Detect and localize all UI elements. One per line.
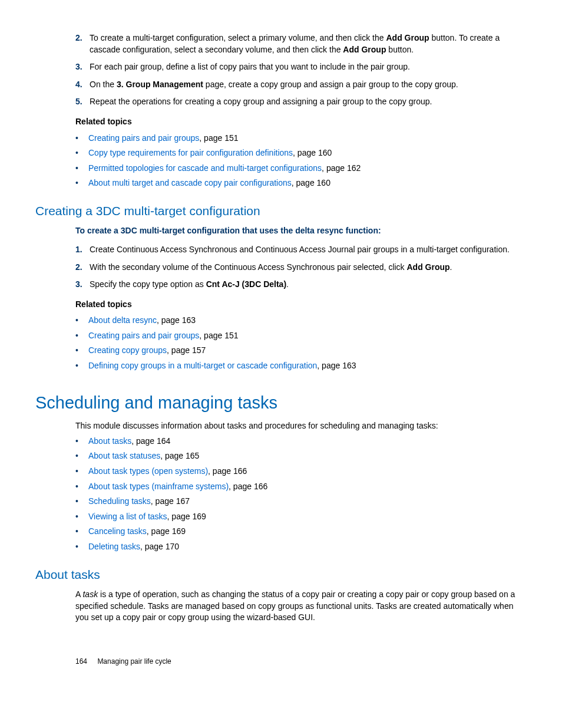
step-number: 2. [75, 262, 90, 274]
page-reference: , page 167 [151, 496, 190, 506]
step-number: 2. [75, 32, 90, 55]
step-text: For each pair group, define a list of co… [90, 61, 527, 73]
page-reference: , page 169 [147, 526, 186, 536]
related-topics-list: Creating pairs and pair groups, page 151… [75, 133, 527, 189]
topic-link[interactable]: Defining copy groups in a multi-target o… [88, 361, 317, 370]
topic-link[interactable]: Creating pairs and pair groups [88, 331, 199, 340]
step-number: 3. [75, 61, 90, 73]
page-reference: , page 162 [322, 163, 361, 173]
intro-paragraph: This module discusses information about … [75, 420, 527, 432]
page-reference: , page 151 [199, 133, 238, 143]
page-reference: , page 165 [160, 451, 199, 460]
step-text: Repeat the operations for creating a cop… [90, 96, 527, 108]
topic-link[interactable]: About task types (mainframe systems) [88, 482, 229, 491]
page-footer: 164 Managing pair life cycle [35, 657, 527, 667]
list-item: About multi target and cascade copy pair… [75, 177, 527, 189]
page-reference: , page 157 [167, 345, 206, 355]
section-heading-3dc: Creating a 3DC multi-target configuratio… [35, 202, 527, 219]
step-item: 3.Specify the copy type option as Cnt Ac… [75, 279, 527, 291]
page-reference: , page 151 [199, 331, 238, 340]
topic-link[interactable]: About task statuses [88, 451, 160, 460]
step-item: 2.With the secondary volume of the Conti… [75, 262, 527, 274]
step-item: 4.On the 3. Group Management page, creat… [75, 79, 527, 91]
step-item: 5.Repeat the operations for creating a c… [75, 96, 527, 108]
page-reference: , page 166 [208, 466, 247, 476]
page-reference: , page 169 [167, 512, 206, 521]
top-steps-block: 2.To create a multi-target configuration… [75, 32, 527, 189]
step-number: 1. [75, 244, 90, 256]
list-item: About task types (mainframe systems), pa… [75, 481, 527, 493]
topic-links-list: About tasks, page 164About task statuses… [75, 436, 527, 553]
step-number: 4. [75, 79, 90, 91]
page-reference: , page 163 [157, 315, 196, 325]
related-topics-heading: Related topics [75, 116, 527, 128]
section-heading-about-tasks: About tasks [35, 566, 527, 583]
page-number: 164 [75, 657, 87, 666]
list-item: Copy type requirements for pair configur… [75, 147, 527, 159]
topic-link[interactable]: About delta resync [88, 315, 157, 325]
step-number: 5. [75, 96, 90, 108]
topic-link[interactable]: Permitted topologies for cascade and mul… [88, 163, 322, 173]
topic-link[interactable]: About tasks [88, 436, 131, 446]
topic-link[interactable]: About multi target and cascade copy pair… [88, 178, 292, 187]
step-text: Specify the copy type option as Cnt Ac-J… [90, 279, 527, 291]
list-item: Creating copy groups, page 157 [75, 345, 527, 357]
step-item: 3.For each pair group, define a list of … [75, 61, 527, 73]
topic-link[interactable]: Copy type requirements for pair configur… [88, 148, 293, 157]
list-item: Viewing a list of tasks, page 169 [75, 511, 527, 523]
list-item: Canceling tasks, page 169 [75, 526, 527, 538]
step-item: 2.To create a multi-target configuration… [75, 32, 527, 55]
page-reference: , page 166 [229, 482, 267, 491]
topic-link[interactable]: Viewing a list of tasks [88, 512, 167, 521]
list-item: About task statuses, page 165 [75, 450, 527, 462]
topic-link[interactable]: Scheduling tasks [88, 496, 151, 506]
list-item: About task types (open systems), page 16… [75, 466, 527, 477]
related-topics-heading: Related topics [75, 299, 527, 311]
step-item: 1.Create Continuous Access Synchronous a… [75, 244, 527, 256]
numbered-list: 1.Create Continuous Access Synchronous a… [75, 244, 527, 291]
list-item: Scheduling tasks, page 167 [75, 496, 527, 508]
section-heading-scheduling: Scheduling and managing tasks [35, 391, 527, 415]
list-item: Deleting tasks, page 170 [75, 541, 527, 553]
step-text: With the secondary volume of the Continu… [90, 262, 527, 274]
list-item: About delta resync, page 163 [75, 315, 527, 327]
list-item: Creating pairs and pair groups, page 151 [75, 330, 527, 342]
page-reference: , page 160 [292, 178, 330, 187]
chapter-title: Managing pair life cycle [97, 657, 171, 666]
body-paragraph: A task is a type of operation, such as c… [75, 589, 527, 624]
list-item: Permitted topologies for cascade and mul… [75, 163, 527, 174]
page-reference: , page 163 [317, 361, 356, 370]
step-text: On the 3. Group Management page, create … [90, 79, 527, 91]
topic-link[interactable]: About task types (open systems) [88, 466, 208, 476]
list-item: Creating pairs and pair groups, page 151 [75, 133, 527, 144]
step-text: Create Continuous Access Synchronous and… [90, 244, 527, 256]
topic-link[interactable]: Canceling tasks [88, 526, 147, 536]
step-number: 3. [75, 279, 90, 291]
step-text: To create a multi-target configuration, … [90, 32, 527, 55]
page-reference: , page 160 [293, 148, 332, 157]
section-3dc-body: To create a 3DC multi-target configurati… [75, 225, 527, 371]
section-scdeduling-body: This module discusses information about … [75, 420, 527, 552]
about-tasks-body: A task is a type of operation, such as c… [75, 589, 527, 624]
topic-link[interactable]: Deleting tasks [88, 542, 140, 551]
topic-link[interactable]: Creating copy groups [88, 345, 167, 355]
list-item: Defining copy groups in a multi-target o… [75, 360, 527, 372]
page-reference: , page 164 [131, 436, 170, 446]
intro-procedure-line: To create a 3DC multi-target configurati… [75, 225, 527, 237]
topic-link[interactable]: Creating pairs and pair groups [88, 133, 199, 143]
list-item: About tasks, page 164 [75, 436, 527, 447]
related-topics-list: About delta resync, page 163Creating pai… [75, 315, 527, 371]
page-reference: , page 170 [140, 542, 179, 551]
numbered-list: 2.To create a multi-target configuration… [75, 32, 527, 108]
